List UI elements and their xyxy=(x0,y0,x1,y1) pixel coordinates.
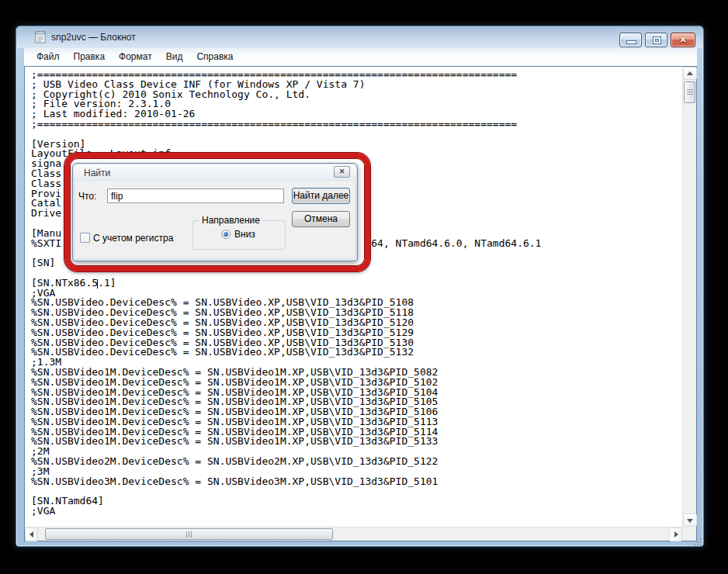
direction-down-radio[interactable] xyxy=(221,230,231,239)
scroll-up-button[interactable] xyxy=(683,67,697,80)
close-icon: ✕ xyxy=(339,168,345,175)
editor-text[interactable]: ;=======================================… xyxy=(25,67,682,517)
close-button[interactable]: ✕ xyxy=(671,33,695,47)
title-bar[interactable]: snp2uvc — Блокнот ✕ xyxy=(16,26,703,48)
arrow-left-icon xyxy=(29,531,33,538)
find-next-button[interactable]: Найти далее xyxy=(292,188,350,204)
maximize-icon xyxy=(653,37,660,43)
scroll-left-button[interactable] xyxy=(25,527,38,541)
down-label[interactable]: Вниз xyxy=(234,229,255,240)
menu-help[interactable]: Справка xyxy=(189,48,240,66)
resize-grip-icon[interactable] xyxy=(692,537,694,538)
window-title: snp2uvc — Блокнот xyxy=(51,32,136,43)
match-case-label: С учетом регистра xyxy=(93,233,173,244)
find-dialog-close-button[interactable]: ✕ xyxy=(334,166,350,178)
find-dialog: Найти ✕ Что: Найти далее Отмена С учетом… xyxy=(72,163,358,261)
scroll-down-button[interactable] xyxy=(683,513,697,527)
direction-label: Направление xyxy=(199,215,262,226)
horizontal-scrollbar[interactable] xyxy=(25,527,682,541)
menu-file[interactable]: Файл xyxy=(29,48,67,66)
direction-groupbox: Направление Вниз xyxy=(192,220,286,250)
search-input[interactable] xyxy=(107,188,284,203)
find-dialog-titlebar[interactable]: Найти xyxy=(74,164,356,181)
window-controls: ✕ xyxy=(616,33,695,47)
find-dialog-title: Найти xyxy=(84,168,110,178)
horizontal-scroll-thumb[interactable] xyxy=(45,528,333,540)
minimize-icon xyxy=(627,41,636,43)
thumb-grip xyxy=(687,89,693,96)
minimize-button[interactable] xyxy=(619,33,642,47)
scrollbar-corner xyxy=(682,527,696,541)
radio-selected-dot xyxy=(224,232,228,237)
thumb-grip xyxy=(186,531,193,538)
menu-view[interactable]: Вид xyxy=(159,48,190,66)
arrow-right-icon xyxy=(674,531,678,538)
editor-client-area: ;=======================================… xyxy=(24,66,697,541)
menu-bar: Файл Правка Формат Вид Справка xyxy=(24,48,697,66)
menu-format[interactable]: Формат xyxy=(112,48,159,66)
vertical-scrollbar[interactable] xyxy=(682,67,696,527)
scroll-right-button[interactable] xyxy=(669,527,682,541)
what-label: Что: xyxy=(78,191,96,202)
menu-edit[interactable]: Правка xyxy=(67,48,113,66)
vertical-scroll-thumb[interactable] xyxy=(684,81,695,103)
maximize-button[interactable] xyxy=(645,33,667,47)
close-icon: ✕ xyxy=(671,33,695,47)
arrow-down-icon xyxy=(687,519,693,523)
match-case-checkbox[interactable] xyxy=(80,233,90,243)
text-editor[interactable]: ;=======================================… xyxy=(25,67,682,527)
notepad-window: snp2uvc — Блокнот ✕ Файл Правка Формат В… xyxy=(16,26,704,547)
notepad-icon xyxy=(35,31,46,43)
text-caret xyxy=(97,279,98,289)
arrow-up-icon xyxy=(687,71,693,75)
cancel-button[interactable]: Отмена xyxy=(292,211,350,227)
